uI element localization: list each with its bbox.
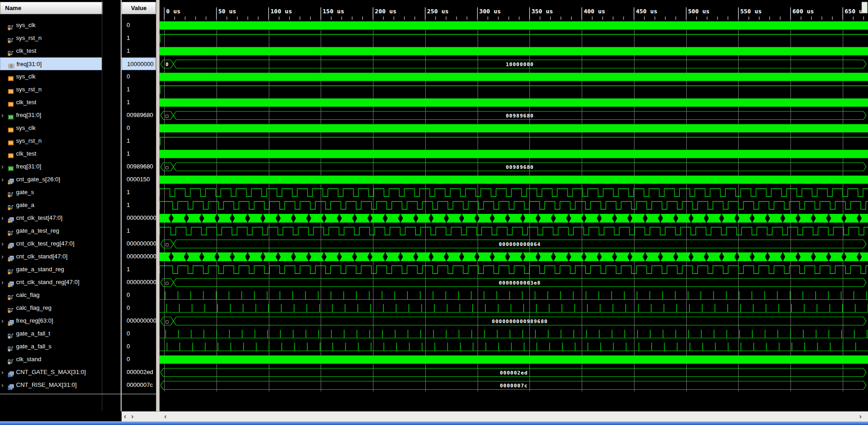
value-column-header[interactable]: Value	[122, 2, 156, 14]
signal-row-gate-a[interactable]: gate_a	[0, 199, 102, 212]
signal-row-CNT-RISE-MAX310[interactable]: ›CNT_RISE_MAX[31:0]	[0, 379, 102, 391]
wave-orange-signal-icon	[7, 228, 14, 237]
signal-row-sys-rst-n[interactable]: sys_rst_n	[0, 134, 102, 147]
expand-arrow-icon[interactable]: ›	[1, 379, 4, 391]
time-ruler[interactable]: 0 us50 us100 us150 us200 us250 us300 us3…	[160, 0, 868, 20]
signal-row-clk-test[interactable]: clk_test	[0, 45, 102, 57]
expand-arrow-icon[interactable]: ›	[1, 160, 4, 173]
wave-clock-row[interactable]	[160, 46, 868, 56]
wave-clock-row[interactable]	[160, 355, 868, 364]
wave-clock-row[interactable]	[160, 149, 868, 159]
signal-name-label: gate_a_fall_s	[16, 340, 51, 353]
wave-high-row[interactable]	[160, 34, 868, 43]
signal-row-freq310[interactable]: ›freq[31:0]	[0, 109, 102, 122]
signal-name-label: sys_clk	[16, 19, 36, 32]
signal-row-gate-a-fall-t[interactable]: gate_a_fall_t	[0, 327, 102, 340]
wave-busy_diamond-row[interactable]	[160, 213, 868, 223]
signal-name-label: cnt_clk_test_reg[47:0]	[16, 237, 74, 250]
wave-spikes-row[interactable]	[160, 303, 868, 313]
expand-arrow-icon[interactable]: ›	[1, 173, 4, 186]
expand-arrow-icon[interactable]: ›	[1, 212, 4, 224]
wave-busy_diamond-row[interactable]	[160, 252, 868, 262]
wave-bus_initial-row[interactable]: □000000000064	[160, 239, 868, 249]
signal-row-gate-a-fall-s[interactable]: gate_a_fall_s	[0, 340, 102, 353]
signal-value: 0	[122, 289, 156, 302]
wave-clock-row[interactable]	[160, 72, 868, 82]
wave-square-row[interactable]	[160, 201, 868, 210]
wave-clock-row[interactable]	[160, 123, 868, 133]
reg-orange-signal-icon	[7, 151, 14, 160]
wave-bus_initial-row[interactable]: □00989680	[160, 162, 868, 172]
wave-square-row[interactable]	[160, 188, 868, 197]
reg-orange-signal-icon	[7, 138, 14, 147]
wave-bus_initial-row[interactable]: □0000000000989680	[160, 316, 868, 326]
wave-clock-row[interactable]	[160, 98, 868, 107]
signal-value: 0	[122, 70, 156, 83]
wave-busy_solid-row[interactable]	[160, 175, 868, 185]
wave-bus_full-row[interactable]: 0000007c	[160, 380, 868, 390]
wave-high-row[interactable]	[160, 85, 868, 95]
signal-row-sys-clk[interactable]: sys_clk	[0, 19, 102, 32]
signal-row-calc-flag[interactable]: calc_flag	[0, 289, 102, 302]
svg-text:□: □	[166, 165, 168, 170]
signal-row-cnt-clk-stand-reg470[interactable]: ›cnt_clk_stand_reg[47:0]	[0, 276, 102, 289]
signal-row-cnt-clk-test470[interactable]: ›cnt_clk_test[47:0]	[0, 212, 102, 224]
svg-text:0000000000989680: 0000000000989680	[492, 319, 548, 324]
wave-spikes-row[interactable]	[160, 342, 868, 352]
expand-arrow-icon[interactable]: ›	[1, 237, 4, 250]
wave-square-row[interactable]	[160, 226, 868, 236]
signal-row-freq310[interactable]: ›freq[31:0]	[0, 57, 102, 70]
signal-value: 0000000000	[122, 314, 156, 327]
signal-row-clk-test[interactable]: clk_test	[0, 96, 102, 109]
wave-spikes-row[interactable]	[160, 291, 868, 300]
signal-name-label: freq_reg[63:0]	[16, 314, 53, 327]
panel-splitter[interactable]	[156, 0, 160, 411]
value-scroll-right-icon[interactable]: ›	[131, 412, 134, 421]
signal-row-cnt-clk-stand470[interactable]: ›cnt_clk_stand[47:0]	[0, 250, 102, 263]
signal-row-calc-flag-reg[interactable]: calc_flag_reg	[0, 302, 102, 314]
signal-name-label: freq[31:0]	[17, 58, 42, 70]
bus-blue-blue-signal-icon	[7, 369, 14, 379]
vertical-scrollbar-cap[interactable]	[862, 2, 868, 13]
wave-bus_full-row[interactable]: 000002ed	[160, 368, 868, 377]
wave-bus_initial-row[interactable]: 010000000	[160, 59, 868, 69]
expand-arrow-icon[interactable]: ›	[1, 276, 4, 289]
signal-value: 1	[122, 32, 156, 45]
name-column-header[interactable]: Name	[0, 2, 103, 14]
signal-row-freq310[interactable]: ›freq[31:0]	[0, 160, 102, 173]
signal-row-cnt-clk-test-reg470[interactable]: ›cnt_clk_test_reg[47:0]	[0, 237, 102, 250]
wave-spikes-row[interactable]	[160, 329, 868, 339]
expand-arrow-icon[interactable]: ›	[1, 250, 4, 263]
signal-row-sys-clk[interactable]: sys_clk	[0, 70, 102, 83]
signal-row-sys-rst-n[interactable]: sys_rst_n	[0, 32, 102, 45]
signal-row-gate-s[interactable]: gate_s	[0, 186, 102, 199]
signal-value: 0	[122, 302, 156, 314]
signal-row-CNT-GATE-S-MAX310[interactable]: ›CNT_GATE_S_MAX[31:0]	[0, 366, 102, 379]
signal-row-clk-stand[interactable]: clk_stand	[0, 353, 102, 366]
signal-row-sys-rst-n[interactable]: sys_rst_n	[0, 83, 102, 96]
expand-arrow-icon[interactable]: ›	[2, 58, 4, 70]
signal-row-gate-a-stand-reg[interactable]: gate_a_stand_reg	[0, 263, 102, 276]
expand-arrow-icon[interactable]: ›	[1, 314, 4, 327]
wave-square-row[interactable]	[160, 265, 868, 274]
signal-row-cnt-gate-s260[interactable]: ›cnt_gate_s[26:0]	[0, 173, 102, 186]
wave-scroll-left-icon[interactable]: ‹	[164, 412, 167, 421]
wave-orange-signal-icon	[7, 292, 14, 302]
horizontal-scrollbar[interactable]: ‹ › ‹ ›	[122, 411, 868, 421]
wave-bus_initial-row[interactable]: □00989680	[160, 111, 868, 120]
expand-arrow-icon[interactable]: ›	[1, 109, 4, 122]
signal-row-sys-clk[interactable]: sys_clk	[0, 122, 102, 134]
signal-row-clk-test[interactable]: clk_test	[0, 147, 102, 160]
value-scroll-left-icon[interactable]: ‹	[124, 412, 126, 421]
wave-scroll-right-icon[interactable]: ›	[859, 412, 862, 421]
expand-arrow-icon[interactable]: ›	[1, 366, 4, 379]
wave-bus_initial-row[interactable]: □0000000003e8	[160, 278, 868, 287]
signal-row-gate-a-test-reg[interactable]: gate_a_test_reg	[0, 224, 102, 237]
waveform-canvas[interactable]: 0 us50 us100 us150 us200 us250 us300 us3…	[160, 0, 868, 411]
wave-high-row[interactable]	[160, 136, 868, 146]
signal-row-freq-reg630[interactable]: ›freq_reg[63:0]	[0, 314, 102, 327]
signal-value: 0	[122, 340, 156, 353]
wave-orange-signal-icon	[7, 189, 14, 199]
wave-clock-row[interactable]	[160, 21, 868, 30]
signal-name-label: clk_test	[16, 45, 36, 57]
